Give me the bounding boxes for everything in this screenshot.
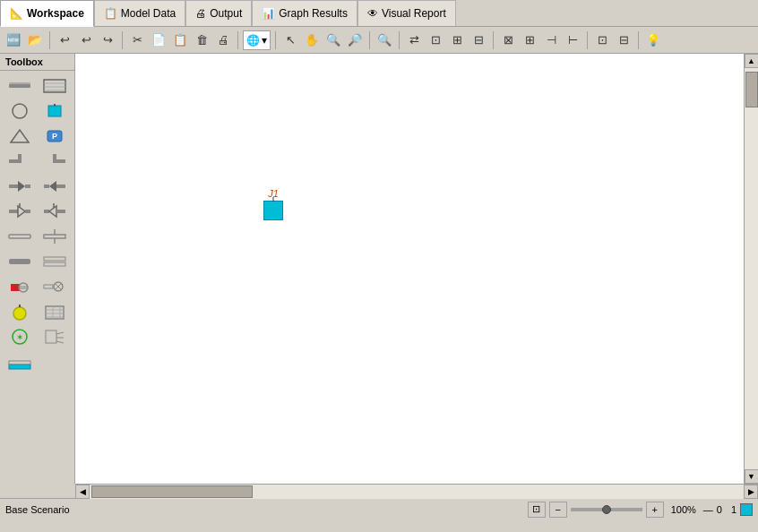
svg-rect-55 — [46, 330, 56, 343]
tab-model-data[interactable]: 📋 Model Data — [94, 0, 185, 26]
sep9 — [638, 31, 639, 49]
svg-marker-23 — [18, 206, 25, 217]
zoom-slider[interactable] — [571, 508, 642, 511]
scroll-thumb-v[interactable] — [745, 72, 758, 107]
tool-junction[interactable] — [39, 99, 71, 123]
undo-button[interactable]: ↩ — [55, 30, 74, 50]
junction-box[interactable] — [263, 201, 283, 220]
tool-valve2[interactable] — [39, 175, 71, 198]
tool-pipe-dbl[interactable] — [39, 250, 71, 273]
sep8 — [587, 31, 588, 49]
pan-button[interactable]: ✋ — [302, 30, 322, 50]
svg-rect-7 — [48, 106, 61, 116]
count-value: 1 — [731, 504, 736, 515]
scroll-track-v[interactable] — [745, 68, 758, 469]
tool4-button[interactable]: ⊢ — [563, 30, 582, 50]
tool-pipe-h[interactable] — [4, 74, 36, 98]
svg-rect-60 — [9, 361, 30, 365]
svg-line-56 — [56, 332, 64, 334]
svg-rect-15 — [53, 154, 56, 163]
delete-button[interactable]: 🗑 — [192, 30, 211, 50]
tool-valve1[interactable] — [4, 175, 36, 198]
tab-bar: 📐 Workspace 📋 Model Data 🖨 Output 📊 Grap… — [0, 0, 758, 27]
tool5-button[interactable]: ⊡ — [592, 30, 612, 50]
visual-report-icon: 👁 — [367, 7, 378, 20]
color-swatch — [740, 503, 753, 516]
tool-tank[interactable] — [4, 300, 36, 323]
scroll-up-arrow[interactable]: ▲ — [745, 54, 759, 68]
sep3 — [237, 31, 238, 49]
scroll-down-arrow[interactable]: ▼ — [745, 469, 759, 484]
tool-valve4[interactable] — [39, 200, 71, 223]
tool-connector[interactable] — [39, 275, 71, 298]
svg-rect-59 — [9, 365, 30, 369]
sep4 — [275, 31, 276, 49]
new-button[interactable]: 🆕 — [4, 30, 23, 50]
canvas-area[interactable]: J1 ▲ ▼ — [75, 54, 758, 484]
tool1-button[interactable]: ⊠ — [498, 30, 518, 50]
svg-point-38 — [19, 283, 28, 292]
scroll-track-h[interactable] — [90, 485, 744, 499]
tool3-button[interactable]: ⊣ — [541, 30, 561, 50]
select-button[interactable]: ↖ — [280, 30, 300, 50]
tool-triangle[interactable] — [4, 124, 36, 148]
cut-button[interactable]: ✂ — [127, 30, 147, 50]
undo2-button[interactable]: ↩ — [76, 30, 96, 50]
find-button[interactable]: 🔍 — [375, 30, 394, 50]
tool2-button[interactable]: ⊞ — [520, 30, 539, 50]
tool-pump[interactable]: P — [39, 124, 71, 148]
tool-pipe-long[interactable] — [4, 250, 36, 273]
fit-view-button[interactable]: ⊡ — [528, 502, 546, 518]
tool-sensor2[interactable] — [39, 325, 71, 348]
tool-pipe-l[interactable] — [4, 150, 36, 173]
tool-pipe-split[interactable] — [39, 225, 71, 248]
svg-marker-27 — [49, 206, 56, 217]
junction-j1[interactable]: J1 — [263, 188, 283, 220]
zoom-percent: 100% — [668, 504, 700, 515]
svg-rect-31 — [44, 235, 65, 238]
svg-rect-19 — [44, 184, 49, 188]
svg-rect-24 — [25, 210, 30, 213]
redo-button[interactable]: ↪ — [98, 30, 117, 50]
paste-button[interactable]: 📋 — [170, 30, 190, 50]
svg-marker-9 — [11, 130, 29, 142]
status-text: Base Scenario — [5, 504, 521, 515]
tool-tray[interactable] — [4, 350, 36, 373]
tool6-button[interactable]: ⊟ — [614, 30, 633, 50]
arrow-left-button[interactable]: ⇄ — [404, 30, 424, 50]
zoom-out-button[interactable]: 🔎 — [345, 30, 365, 50]
bulb-button[interactable]: 💡 — [643, 30, 663, 50]
split-button[interactable]: ⊞ — [447, 30, 467, 50]
tool-circle[interactable] — [4, 99, 36, 123]
status-bar: Base Scenario ⊡ − + 100% — 0 1 — [0, 498, 758, 519]
zoom-plus-button[interactable]: + — [646, 502, 664, 518]
zoom-in-button[interactable]: 🔍 — [323, 30, 343, 50]
toolbox-grid: P — [0, 71, 74, 377]
workspace-icon: 📐 — [10, 7, 23, 20]
scroll-left-arrow[interactable]: ◀ — [75, 485, 90, 499]
tool-valve3[interactable] — [4, 200, 36, 223]
compress-button[interactable]: ⊡ — [426, 30, 445, 50]
tool-pipe-r[interactable] — [39, 150, 71, 173]
scroll-right-arrow[interactable]: ▶ — [744, 485, 758, 499]
join-button[interactable]: ⊟ — [469, 30, 488, 50]
tool-sensor1[interactable]: ✶ — [4, 325, 36, 348]
zoom-minus-button[interactable]: − — [549, 502, 567, 518]
scroll-thumb-h[interactable] — [91, 485, 253, 498]
tab-visual-report[interactable]: 👁 Visual Report — [357, 0, 456, 26]
zoom-thumb[interactable] — [602, 505, 611, 514]
tool-gauge[interactable] — [39, 300, 71, 323]
scrollbar-vertical: ▲ ▼ — [744, 54, 758, 484]
tool-pipe-h2[interactable] — [4, 225, 36, 248]
tool-pump2[interactable] — [4, 275, 36, 298]
tab-graph-results[interactable]: 📊 Graph Results — [252, 0, 357, 26]
tool-label[interactable] — [39, 74, 71, 98]
tab-workspace[interactable]: 📐 Workspace — [0, 0, 94, 27]
open-button[interactable]: 📂 — [25, 30, 45, 50]
sep7 — [493, 31, 494, 49]
print-button[interactable]: 🖨 — [213, 30, 233, 50]
copy-button[interactable]: 📄 — [149, 30, 168, 50]
tab-output[interactable]: 🖨 Output — [185, 0, 252, 26]
svg-rect-0 — [9, 84, 30, 88]
zoom-dropdown[interactable]: 🌐 ▾ — [243, 30, 271, 50]
